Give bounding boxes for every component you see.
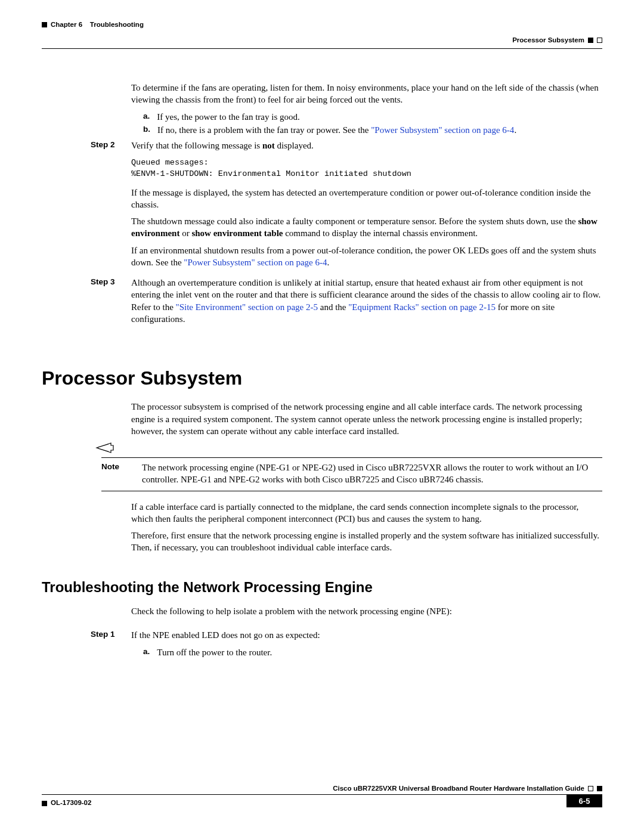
step3-body: Although an overtemperature condition is… <box>131 277 602 330</box>
intro-a-text: If yes, the power to the fan tray is goo… <box>157 111 300 123</box>
footer-square-hollow-icon <box>588 786 593 791</box>
marker-a: a. <box>143 111 150 123</box>
intro-item-b: b. If no, there is a problem with the fa… <box>143 124 602 136</box>
footer-doc-square-icon <box>42 801 47 806</box>
npe-step1-label: Step 1 <box>91 629 131 640</box>
page-number: 6-5 <box>579 796 590 807</box>
section-square-hollow-icon <box>597 38 602 43</box>
step2-p2: If the message is displayed, the system … <box>131 187 602 211</box>
npe-item-a: a. Turn off the power to the router. <box>143 646 602 658</box>
page-footer: Cisco uBR7225VXR Universal Broadband Rou… <box>42 784 602 808</box>
step2-code-block: Queued messages: %ENVM-1-SHUTDOWN: Envir… <box>131 157 602 179</box>
npe-sublist: a. Turn off the power to the router. <box>143 646 602 658</box>
footer-left: OL-17309-02 <box>42 794 566 808</box>
step2-p3: The shutdown message could also indicate… <box>131 215 602 240</box>
marker-b: b. <box>143 124 150 136</box>
step3-text: Although an overtemperature condition is… <box>131 277 602 325</box>
step2-label: Step 2 <box>91 140 131 150</box>
step2-p4: If an environmental shutdown results fro… <box>131 244 602 269</box>
processor-intro-block: The processor subsystem is comprised of … <box>131 401 602 437</box>
step2-row: Step 2 Verify that the following message… <box>42 140 602 273</box>
troubleshoot-intro-block: Check the following to help isolate a pr… <box>131 605 602 617</box>
step2-body: Verify that the following message is not… <box>131 140 602 273</box>
npe-step1-text: If the NPE enabled LED does not go on as… <box>131 629 602 641</box>
npe-a-text: Turn off the power to the router. <box>157 646 272 658</box>
note-area <box>101 457 602 458</box>
footer-rule <box>42 794 566 795</box>
page-number-box: 6-5 <box>566 794 602 807</box>
footer-doc-row: OL-17309-02 <box>42 797 566 808</box>
note-bottom-rule <box>101 491 602 491</box>
footer-bottom-row: OL-17309-02 6-5 <box>42 794 602 808</box>
footer-guide-row: Cisco uBR7225VXR Universal Broadband Rou… <box>42 784 602 794</box>
header-rule <box>42 48 602 49</box>
intro-item-a: a. If yes, the power to the fan tray is … <box>143 111 602 123</box>
equipment-racks-link[interactable]: "Equipment Racks" section on page 2-15 <box>348 302 496 312</box>
document-page: Chapter 6 Troubleshooting Processor Subs… <box>0 0 644 833</box>
processor-subsystem-heading: Processor Subsystem <box>42 366 602 391</box>
intro-block: To determine if the fans are operating, … <box>131 82 602 136</box>
processor-p3: Therefore, first ensure that the network… <box>131 529 602 554</box>
note-body: The network processing engine (NPE-G1 or… <box>142 462 602 486</box>
site-environment-link[interactable]: "Site Environment" section on page 2-5 <box>176 302 318 312</box>
power-subsystem-link-2[interactable]: "Power Subsystem" section on page 6-4 <box>184 258 327 267</box>
chapter-label: Chapter 6 Troubleshooting <box>51 20 144 30</box>
troubleshooting-npe-heading: Troubleshooting the Network Processing E… <box>42 578 602 597</box>
note-top-rule <box>101 457 602 458</box>
npe-marker-a: a. <box>143 646 150 658</box>
processor-p2: If a cable interface card is partially c… <box>131 501 602 525</box>
note-area-bottom <box>101 491 602 491</box>
footer-guide-title: Cisco uBR7225VXR Universal Broadband Rou… <box>333 784 584 794</box>
npe-step1-body: If the NPE enabled LED does not go on as… <box>131 629 602 661</box>
processor-rest-block: If a cable interface card is partially c… <box>131 501 602 554</box>
processor-p1: The processor subsystem is comprised of … <box>131 401 602 437</box>
step3-label: Step 3 <box>91 277 131 287</box>
header-section-row: Processor Subsystem <box>42 36 602 45</box>
section-square-filled-icon <box>588 38 593 43</box>
step3-row: Step 3 Although an overtemperature condi… <box>42 277 602 330</box>
note-row: Note The network processing engine (NPE-… <box>42 462 602 486</box>
troubleshoot-intro: Check the following to help isolate a pr… <box>131 605 602 617</box>
header-left: Chapter 6 Troubleshooting <box>42 20 144 30</box>
intro-paragraph: To determine if the fans are operating, … <box>131 82 602 106</box>
note-label: Note <box>101 462 131 472</box>
step2-line1: Verify that the following message is not… <box>131 140 602 151</box>
intro-b-text: If no, there is a problem with the fan t… <box>157 124 516 136</box>
note-icon <box>95 442 131 455</box>
intro-sublist: a. If yes, the power to the fan tray is … <box>143 111 602 137</box>
header-square-icon <box>42 22 47 27</box>
section-title: Processor Subsystem <box>512 36 584 45</box>
npe-step1-row: Step 1 If the NPE enabled LED does not g… <box>42 629 602 661</box>
footer-doc-number: OL-17309-02 <box>51 798 91 808</box>
page-header: Chapter 6 Troubleshooting <box>42 20 602 30</box>
footer-square-filled-icon <box>597 786 602 791</box>
power-subsystem-link[interactable]: "Power Subsystem" section on page 6-4 <box>371 125 514 135</box>
